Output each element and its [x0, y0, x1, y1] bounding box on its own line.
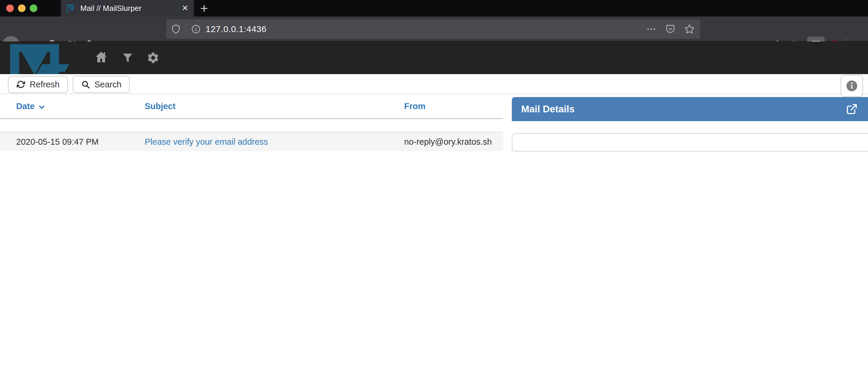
mail-table-empty-row [0, 119, 503, 132]
app-header [0, 41, 868, 74]
window-close-button[interactable] [6, 4, 14, 12]
mail-subject-link[interactable]: Please verify your email address [145, 137, 268, 147]
mail-table: Date Subject From 2020-05-15 09:47 PM Pl… [0, 94, 503, 151]
app-home-button[interactable] [94, 50, 108, 64]
address-bar[interactable]: 127.0.0.1:4436 [166, 20, 700, 39]
mail-details-title: Mail Details [521, 103, 575, 114]
site-info-icon[interactable] [191, 24, 201, 34]
column-header-date-label: Date [16, 101, 35, 111]
external-link-icon [846, 103, 858, 115]
mail-from-cell: no-reply@ory.kratos.sh [404, 137, 503, 147]
mail-date-cell: 2020-05-15 09:47 PM [0, 137, 145, 147]
mailslurper-logo [7, 43, 72, 74]
info-filled-icon [845, 80, 858, 92]
tracking-protection-shield-icon[interactable] [171, 24, 181, 34]
info-button[interactable] [841, 75, 863, 97]
url-text[interactable]: 127.0.0.1:4436 [206, 24, 267, 34]
app-filter-button[interactable] [121, 52, 135, 66]
mail-table-row[interactable]: 2020-05-15 09:47 PM Please verify your e… [0, 132, 503, 151]
pocket-save-icon[interactable] [665, 24, 675, 34]
mail-details-header: Mail Details [512, 97, 868, 121]
tab-title: Mail // MailSlurper [80, 4, 182, 13]
open-in-new-window-button[interactable] [846, 103, 858, 115]
gear-icon [147, 51, 160, 64]
filter-funnel-icon [121, 52, 134, 64]
refresh-arrows-icon [16, 80, 26, 89]
refresh-button[interactable]: Refresh [8, 76, 68, 93]
column-header-date[interactable]: Date [0, 101, 145, 111]
new-tab-button[interactable]: + [195, 0, 213, 17]
refresh-button-label: Refresh [30, 80, 60, 89]
window-zoom-button[interactable] [30, 4, 37, 12]
mail-table-header-row: Date Subject From [0, 94, 503, 119]
column-header-subject[interactable]: Subject [145, 101, 404, 111]
tab-close-icon[interactable]: ✕ [182, 4, 189, 12]
search-button[interactable]: Search [73, 76, 130, 93]
window-minimize-button[interactable] [18, 4, 26, 12]
urlbar-divider [186, 24, 186, 35]
app-home-icon [94, 50, 108, 64]
app-settings-button[interactable] [147, 51, 161, 65]
mail-details-panel: Mail Details [512, 97, 868, 151]
page-actions-dots-icon[interactable] [646, 24, 656, 34]
mail-details-body [512, 133, 868, 151]
app-button-toolbar: Refresh Search [0, 74, 868, 94]
browser-tab-active[interactable]: Mail // MailSlurper ✕ [61, 0, 194, 17]
bookmark-star-icon[interactable] [684, 24, 695, 34]
column-header-from[interactable]: From [404, 101, 503, 111]
magnifier-icon [81, 80, 90, 89]
tab-favicon-mailslurper-icon [66, 4, 75, 13]
browser-nav-toolbar: 127.0.0.1:4436 [0, 17, 868, 41]
search-button-label: Search [94, 80, 122, 89]
browser-tab-bar: Mail // MailSlurper ✕ + [0, 0, 868, 17]
sort-descending-chevron-down-icon [38, 103, 46, 111]
